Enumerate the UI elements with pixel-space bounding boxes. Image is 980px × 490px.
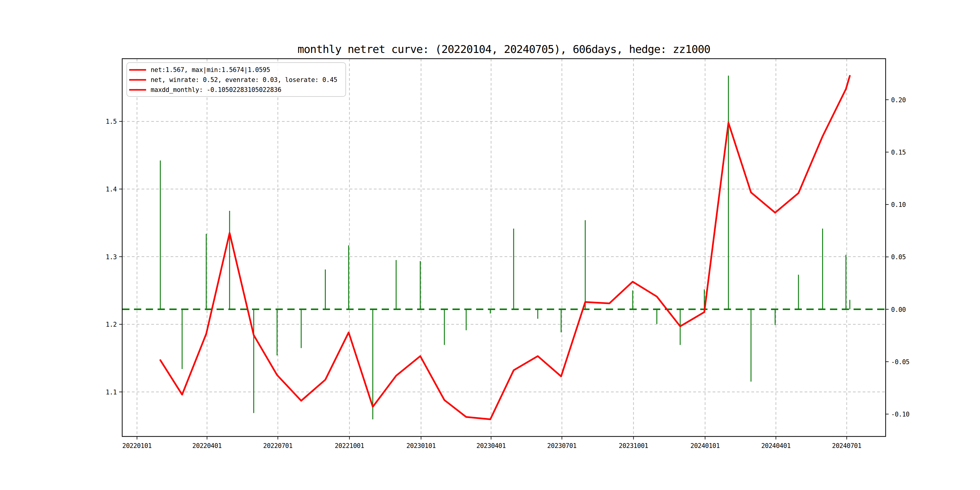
right-tick-label: 0.10 — [891, 201, 906, 208]
left-tick-label: 1.3 — [106, 253, 117, 261]
right-tick-label: 0.20 — [891, 97, 906, 104]
gridlines — [122, 59, 886, 436]
monthly-return-bars — [160, 76, 850, 419]
x-tick-label: 20220401 — [192, 442, 222, 449]
x-tick-label: 20240701 — [832, 442, 861, 449]
x-tick-label: 20240401 — [761, 442, 791, 449]
plot-area-border — [122, 59, 886, 436]
x-tick-label: 20240101 — [690, 442, 720, 449]
left-tick-label: 1.4 — [106, 186, 117, 193]
net-curve — [160, 76, 850, 420]
x-tick-label: 20220701 — [263, 442, 293, 449]
left-tick-label: 1.2 — [106, 321, 117, 328]
legend-label-net: net:1.567, max|min:1.5674|1.0595 — [151, 66, 270, 74]
x-tick-label: 20221001 — [335, 442, 364, 449]
left-tick-label: 1.5 — [106, 118, 117, 125]
right-tick-label: 0.05 — [891, 253, 906, 261]
matplotlib-figure: 2022010120220401202207012022100120230101… — [0, 0, 980, 490]
legend: net:1.567, max|min:1.5674|1.0595 net, wi… — [127, 63, 346, 97]
legend-label-maxdd: maxdd_monthly: -0.10502283105022836 — [151, 86, 281, 94]
right-tick-label: 0.15 — [891, 149, 906, 156]
x-tick-label: 20220101 — [122, 442, 151, 449]
x-tick-label: 20231001 — [619, 442, 648, 449]
net-curve-line — [160, 76, 850, 420]
chart-title: monthly netret curve: (20220104, 2024070… — [298, 43, 710, 55]
x-tick-label: 20230701 — [547, 442, 576, 449]
axis-tick-labels: 2022010120220401202207012022100120230101… — [106, 97, 910, 449]
x-tick-label: 20230101 — [406, 442, 436, 449]
left-tick-label: 1.1 — [106, 389, 117, 396]
axis-tick-marks — [119, 100, 889, 439]
right-tick-label: 0.00 — [891, 306, 906, 313]
x-tick-label: 20230401 — [476, 442, 506, 449]
legend-label-winrate: net, winrate: 0.52, evenrate: 0.03, lose… — [151, 76, 337, 83]
right-tick-label: -0.10 — [891, 411, 910, 418]
monthly-netret-chart: 2022010120220401202207012022100120230101… — [0, 0, 980, 490]
right-tick-label: -0.05 — [891, 358, 910, 366]
